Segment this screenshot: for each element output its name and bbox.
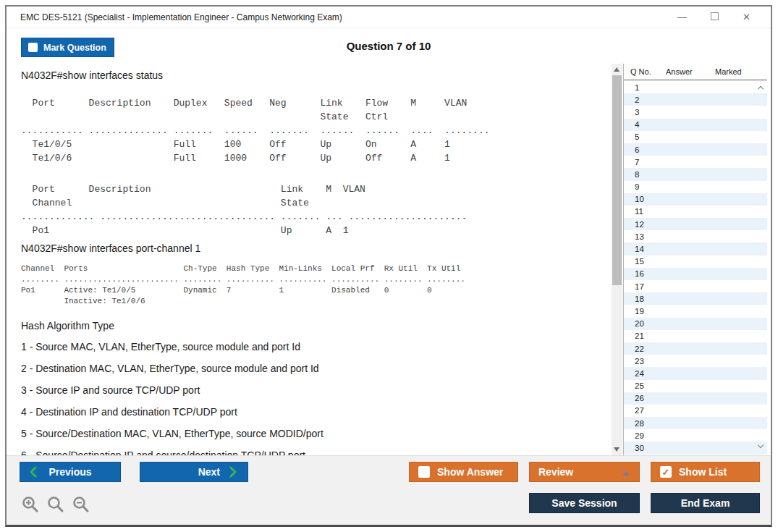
question-list-row[interactable]: 15 (624, 256, 767, 268)
header-row: Question 7 of 10 Mark Question (7, 28, 771, 63)
channel-detail-table: Channel Ports Ch-Type Hash Type Min-Link… (21, 263, 609, 307)
minimize-icon[interactable]: — (677, 12, 687, 22)
cli-command-2: N4032F#show interfaces port-channel 1 (21, 242, 609, 255)
exam-window: EMC DES-5121 (Specialist - Implementatio… (5, 5, 772, 527)
scroll-down-icon[interactable] (614, 447, 620, 452)
question-list-row[interactable]: 17 (624, 280, 767, 292)
question-list-row[interactable]: 13 (624, 230, 767, 242)
question-number: 3 (624, 108, 639, 117)
mark-question-button[interactable]: Mark Question (21, 38, 114, 57)
show-answer-checkbox[interactable] (418, 466, 430, 478)
show-list-button[interactable]: ✓ Show List (651, 462, 760, 482)
question-list-row[interactable]: 5 (624, 131, 767, 143)
interfaces-status-table: Port Description Duplex Speed Neg Link F… (21, 96, 609, 165)
question-number: 25 (624, 381, 644, 390)
review-button[interactable]: Review (529, 462, 640, 482)
content-scrollbar[interactable] (612, 64, 622, 455)
question-number: 18 (624, 295, 644, 303)
show-list-checkbox[interactable]: ✓ (660, 466, 672, 478)
question-number: 1 (624, 83, 639, 92)
triangle-up-icon (622, 471, 630, 476)
save-session-label: Save Session (551, 497, 617, 509)
hash-type-item: 6 - Source/Destination IP and source/des… (21, 449, 609, 455)
previous-button[interactable]: Previous (20, 462, 121, 482)
question-number: 28 (624, 419, 644, 428)
check-icon: ✓ (662, 468, 670, 477)
zoom-in-icon[interactable] (21, 495, 40, 514)
question-list-row[interactable]: 19 (624, 305, 767, 317)
zoom-controls (21, 495, 90, 514)
question-list-row[interactable]: 27 (624, 405, 767, 417)
question-list-row[interactable]: 11 (624, 206, 767, 218)
question-list-row[interactable]: 12 (624, 218, 767, 230)
question-list-row[interactable]: 10 (624, 193, 767, 206)
question-number: 26 (624, 394, 644, 402)
save-session-button[interactable]: Save Session (529, 493, 640, 513)
question-number: 5 (624, 132, 639, 141)
question-number: 16 (624, 269, 644, 278)
mark-question-label: Mark Question (43, 43, 106, 53)
question-list-row[interactable]: 6 (624, 143, 767, 156)
question-content: N4032F#show interfaces status Port Descr… (14, 63, 609, 455)
question-list-row[interactable]: 22 (624, 342, 767, 355)
question-number: 7 (624, 158, 639, 166)
hash-type-item: 2 - Destination MAC, VLAN, EtherType, so… (21, 363, 609, 375)
scrollbar-thumb[interactable] (612, 75, 622, 285)
question-list-rows: 1234567891011121314151617181920212223242… (624, 81, 767, 455)
question-number: 15 (624, 257, 644, 266)
question-list-row[interactable]: 30 (624, 442, 767, 454)
question-list-row[interactable]: 24 (624, 367, 767, 379)
show-answer-button[interactable]: Show Answer (409, 462, 518, 482)
question-list-row[interactable]: 20 (624, 318, 767, 330)
scroll-up-icon[interactable] (614, 67, 620, 72)
column-answer: Answer (666, 67, 715, 76)
question-number: 4 (624, 120, 639, 129)
show-answer-label: Show Answer (437, 466, 503, 478)
list-scroll-up-icon[interactable] (758, 85, 764, 91)
port-channel-summary-table: Port Description Link M VLAN Channel Sta… (21, 182, 609, 237)
question-list-row[interactable]: 7 (624, 156, 767, 168)
question-number: 14 (624, 245, 644, 253)
question-list-row[interactable]: 18 (624, 292, 767, 305)
question-list-row[interactable]: 3 (624, 106, 767, 118)
question-list-row[interactable]: 1 (624, 81, 767, 93)
question-number: 19 (624, 307, 644, 316)
question-number: 2 (624, 96, 639, 104)
chevron-left-icon (29, 466, 37, 478)
question-number: 8 (624, 170, 639, 179)
question-number: 22 (624, 345, 644, 353)
zoom-out-icon[interactable] (72, 495, 90, 514)
question-number: 24 (624, 369, 644, 378)
question-counter: Question 7 of 10 (7, 40, 771, 52)
hash-type-item: 3 - Source IP and source TCP/UDP port (21, 384, 609, 397)
hash-type-item: 5 - Source/Destination MAC, VLAN, EtherT… (21, 428, 609, 440)
zoom-reset-icon[interactable] (46, 495, 65, 514)
question-list-row[interactable]: 14 (624, 242, 767, 255)
question-list-row[interactable]: 9 (624, 181, 767, 193)
chevron-right-icon (229, 466, 237, 478)
next-button[interactable]: Next (140, 462, 248, 482)
end-exam-button[interactable]: End Exam (651, 493, 760, 513)
question-number: 13 (624, 232, 644, 241)
question-list-row[interactable]: 4 (624, 119, 767, 131)
question-list-row[interactable]: 23 (624, 355, 767, 367)
question-list-row[interactable]: 29 (624, 429, 767, 442)
question-list-row[interactable]: 21 (624, 330, 767, 342)
mark-question-checkbox[interactable] (28, 43, 38, 52)
question-list-row[interactable]: 16 (624, 268, 767, 280)
question-number: 20 (624, 319, 644, 328)
hash-algorithm-list: 1 - Source MAC, VLAN, EtherType, source … (14, 341, 609, 455)
list-scroll-down-icon[interactable] (758, 444, 764, 449)
question-list-row[interactable]: 28 (624, 417, 767, 429)
window-title: EMC DES-5121 (Specialist - Implementatio… (7, 12, 342, 22)
question-list-row[interactable]: 2 (624, 93, 767, 106)
question-number: 6 (624, 145, 639, 154)
maximize-icon[interactable] (711, 12, 719, 22)
hash-algorithm-title: Hash Algorithm Type (21, 320, 609, 332)
question-list-row[interactable]: 26 (624, 392, 767, 405)
question-list-row[interactable]: 8 (624, 168, 767, 180)
review-label: Review (538, 466, 573, 478)
question-list-row[interactable]: 25 (624, 380, 767, 392)
question-number: 27 (624, 406, 644, 415)
close-icon[interactable]: ✕ (743, 12, 750, 22)
